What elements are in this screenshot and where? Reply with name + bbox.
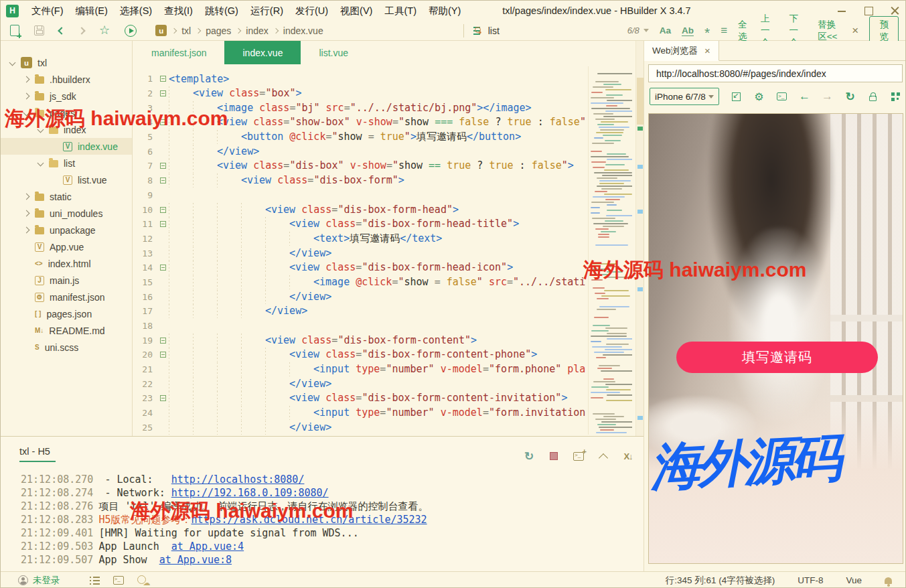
console-button[interactable]: [776, 91, 787, 102]
encoding[interactable]: UTF-8: [798, 575, 823, 585]
tree-item-txl[interactable]: utxl: [1, 54, 132, 71]
restart-icon[interactable]: [523, 450, 535, 462]
menu-item[interactable]: 查找(I): [158, 3, 199, 19]
maximize-icon[interactable]: [864, 6, 873, 15]
tree-item-unpackage[interactable]: unpackage: [1, 222, 132, 238]
qr-code-button[interactable]: [890, 91, 901, 102]
code-line[interactable]: 1<template>: [133, 72, 588, 86]
chevron-down-icon[interactable]: [644, 29, 649, 32]
search-input[interactable]: [487, 25, 587, 37]
editor-tab-index-vue[interactable]: index.vue: [224, 41, 301, 64]
log-link[interactable]: at App.vue:4: [171, 540, 244, 553]
forward-button[interactable]: [79, 23, 84, 38]
invite-code-button[interactable]: 填写邀请码: [676, 342, 878, 373]
tree-item--hbuilderx[interactable]: .hbuilderx: [1, 71, 132, 88]
menu-item[interactable]: 编辑(E): [70, 3, 114, 19]
code-line[interactable]: 14<view class="dis-box-form-head-icon">: [133, 261, 588, 275]
menu-item[interactable]: 文件(F): [25, 3, 70, 19]
chevron-down-icon[interactable]: [9, 60, 16, 66]
editor-tab-manifest-json[interactable]: manifest.json: [133, 41, 224, 64]
regex-toggle[interactable]: [704, 26, 710, 35]
code-line[interactable]: 19<view class="dis-box-form-content">: [133, 333, 588, 348]
console-tab[interactable]: txl - H5: [19, 446, 56, 462]
menu-item[interactable]: 发行(U): [289, 3, 334, 19]
breadcrumb-item[interactable]: txl: [181, 25, 191, 36]
stop-button[interactable]: [548, 450, 560, 462]
caret-position[interactable]: 行:345 列:61 (4字符被选择): [666, 575, 775, 587]
fold-icon[interactable]: [160, 90, 166, 96]
favorite-button[interactable]: [99, 23, 110, 38]
code-line[interactable]: 25</view>: [133, 421, 588, 435]
tree-item-pages-json[interactable]: [ ]pages.json: [1, 305, 132, 322]
browser-forward-button[interactable]: [822, 91, 833, 102]
back-button[interactable]: [59, 23, 64, 38]
editor-scrollbar[interactable]: [635, 41, 644, 436]
replace-panel-button[interactable]: 替换区<<: [818, 19, 842, 43]
close-icon[interactable]: [704, 45, 710, 56]
chevron-down-icon[interactable]: [37, 160, 44, 167]
menu-item[interactable]: 运行(R): [244, 3, 289, 19]
code-line[interactable]: 10<view class="dis-box-form-head">: [133, 202, 588, 217]
open-external-button[interactable]: [731, 91, 742, 102]
select-all-matches-button[interactable]: 全选: [738, 19, 750, 43]
fold-icon[interactable]: [160, 265, 166, 271]
fold-icon[interactable]: [160, 207, 166, 213]
outline-icon[interactable]: [90, 577, 100, 585]
terminal-icon[interactable]: [113, 576, 124, 585]
clear-close-icon[interactable]: [622, 450, 634, 462]
code-line[interactable]: 7<view class="dis-box" v-show="show == t…: [133, 159, 588, 173]
close-icon[interactable]: [891, 6, 900, 15]
language-mode[interactable]: Vue: [846, 575, 862, 585]
tree-item-list[interactable]: list: [1, 155, 132, 171]
tree-item-index-html[interactable]: <>index.html: [1, 255, 132, 272]
code-line[interactable]: 13</view>: [133, 246, 588, 261]
refresh-button[interactable]: [844, 91, 856, 102]
tree-item-index-vue[interactable]: Vindex.vue: [1, 138, 132, 155]
code-line[interactable]: 23<view class="dis-box-form-content-invi…: [133, 391, 588, 406]
run-button[interactable]: [125, 23, 137, 38]
code-line[interactable]: 11<view class="dis-box-form-head-title">: [133, 217, 588, 232]
log-link[interactable]: at App.vue:8: [159, 554, 232, 566]
menu-item[interactable]: 工具(T): [378, 3, 423, 19]
tree-item-static[interactable]: static: [1, 188, 132, 205]
chevron-right-icon[interactable]: [23, 93, 30, 100]
tree-item-app-vue[interactable]: VApp.vue: [1, 238, 132, 255]
chevron-right-icon[interactable]: [23, 210, 30, 217]
find-in-selection-toggle[interactable]: [721, 24, 727, 38]
browser-settings-button[interactable]: [753, 91, 765, 102]
minimize-icon[interactable]: [837, 6, 846, 15]
save-button[interactable]: [34, 23, 44, 38]
menu-item[interactable]: 跳转(G): [199, 3, 244, 19]
close-search-icon[interactable]: [852, 25, 858, 36]
code-line[interactable]: 16</view>: [133, 289, 588, 304]
fold-icon[interactable]: [160, 177, 166, 183]
tree-item-js-sdk[interactable]: js_sdk: [1, 88, 132, 104]
breadcrumb-item[interactable]: pages: [206, 25, 231, 36]
scrollbar-thumb[interactable]: [637, 78, 644, 125]
tree-item-manifest-json[interactable]: ⚙manifest.json: [1, 289, 132, 305]
fold-icon[interactable]: [160, 76, 166, 82]
browser-tab[interactable]: Web浏览器: [644, 41, 719, 61]
menu-item[interactable]: 视图(V): [334, 3, 378, 19]
code-line[interactable]: 18: [133, 319, 588, 334]
code-line[interactable]: 17</view>: [133, 304, 588, 319]
whole-word-toggle[interactable]: [682, 25, 694, 36]
tree-item-list-vue[interactable]: Vlist.vue: [1, 171, 132, 188]
fold-icon[interactable]: [160, 352, 166, 358]
chevron-right-icon[interactable]: [23, 227, 30, 234]
device-selector[interactable]: iPhone 6/7/8: [650, 88, 719, 105]
code-line[interactable]: 22</view>: [133, 376, 588, 391]
log-link[interactable]: http://localhost:8080/: [171, 473, 305, 486]
fold-icon[interactable]: [160, 221, 166, 227]
new-terminal-button[interactable]: [573, 450, 585, 462]
fold-icon[interactable]: [160, 163, 166, 169]
chevron-right-icon[interactable]: [23, 194, 30, 200]
login-button[interactable]: 未登录: [18, 575, 60, 587]
menu-item[interactable]: 选择(S): [114, 3, 158, 19]
tree-item-uni-modules[interactable]: uni_modules: [1, 205, 132, 222]
menu-item[interactable]: 帮助(Y): [423, 3, 467, 19]
url-input[interactable]: [655, 68, 896, 80]
browser-back-button[interactable]: [799, 91, 810, 102]
match-case-toggle[interactable]: [660, 25, 671, 35]
fold-icon[interactable]: [160, 338, 166, 344]
